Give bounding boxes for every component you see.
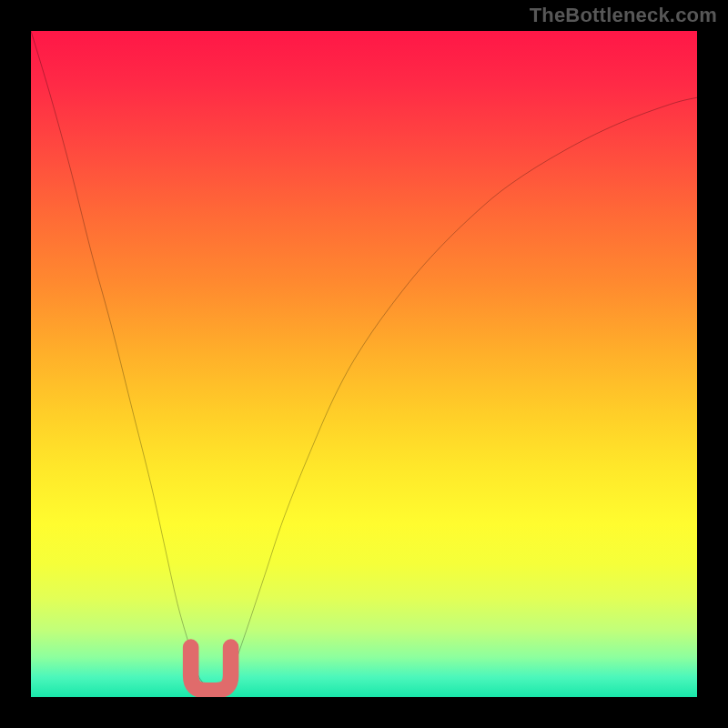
plot-area: [31, 31, 697, 697]
watermark-text: TheBottleneck.com: [530, 4, 717, 27]
bottleneck-curve: [31, 31, 697, 688]
u-mark-annotation: [191, 647, 231, 691]
chart-svg: [31, 31, 697, 697]
chart-container: TheBottleneck.com: [0, 0, 728, 728]
